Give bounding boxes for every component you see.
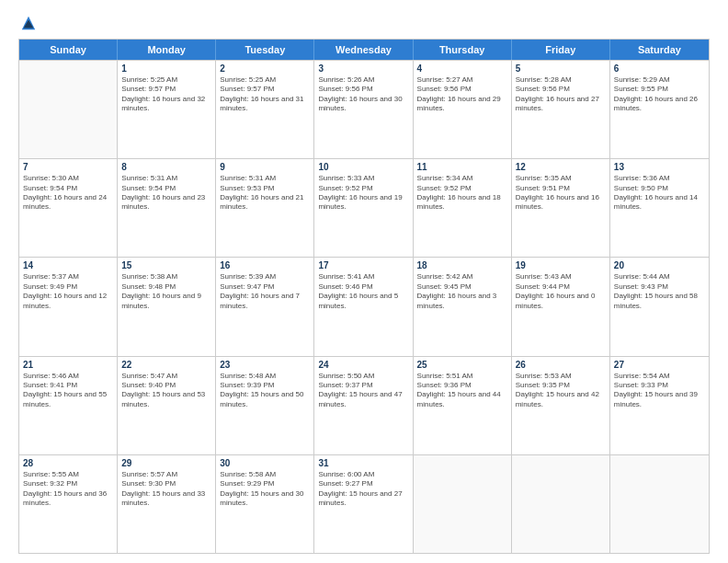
cell-info: Sunrise: 5:33 AMSunset: 9:52 PMDaylight:… [318, 174, 408, 213]
cell-info: Sunrise: 5:35 AMSunset: 9:51 PMDaylight:… [516, 174, 606, 213]
logo-icon [20, 15, 37, 31]
calendar-cell [512, 455, 610, 553]
calendar-cell: 21Sunrise: 5:46 AMSunset: 9:41 PMDayligh… [19, 357, 118, 454]
calendar-cell: 12Sunrise: 5:35 AMSunset: 9:51 PMDayligh… [512, 159, 610, 257]
calendar-cell: 3Sunrise: 5:26 AMSunset: 9:56 PMDaylight… [314, 61, 413, 158]
cell-info: Sunrise: 5:26 AMSunset: 9:56 PMDaylight:… [318, 75, 408, 114]
day-number: 6 [614, 63, 705, 74]
cell-info: Sunrise: 5:57 AMSunset: 9:30 PMDaylight:… [121, 470, 211, 509]
day-number: 19 [516, 260, 606, 270]
cell-info: Sunrise: 5:41 AMSunset: 9:46 PMDaylight:… [318, 272, 408, 311]
calendar-cell: 19Sunrise: 5:43 AMSunset: 9:44 PMDayligh… [512, 258, 610, 355]
day-number: 1 [121, 63, 211, 74]
day-number: 30 [220, 458, 310, 468]
calendar-row: 28Sunrise: 5:55 AMSunset: 9:32 PMDayligh… [19, 454, 709, 553]
cell-info: Sunrise: 5:36 AMSunset: 9:50 PMDaylight:… [614, 174, 705, 213]
cell-info: Sunrise: 5:30 AMSunset: 9:54 PMDaylight:… [23, 174, 113, 213]
day-number: 14 [23, 260, 113, 270]
cell-info: Sunrise: 5:39 AMSunset: 9:47 PMDaylight:… [220, 272, 310, 311]
calendar-cell: 22Sunrise: 5:47 AMSunset: 9:40 PMDayligh… [118, 357, 216, 454]
day-number: 9 [220, 162, 310, 172]
cell-info: Sunrise: 5:44 AMSunset: 9:43 PMDaylight:… [614, 272, 705, 311]
cell-info: Sunrise: 5:25 AMSunset: 9:57 PMDaylight:… [121, 75, 211, 114]
calendar-row: 7Sunrise: 5:30 AMSunset: 9:54 PMDaylight… [19, 158, 709, 257]
calendar-cell: 18Sunrise: 5:42 AMSunset: 9:45 PMDayligh… [414, 258, 512, 355]
day-number: 18 [417, 260, 507, 270]
weekday-header: Tuesday [216, 40, 314, 60]
calendar-cell: 27Sunrise: 5:54 AMSunset: 9:33 PMDayligh… [610, 357, 709, 454]
calendar-cell [610, 455, 709, 553]
calendar-cell: 30Sunrise: 5:58 AMSunset: 9:29 PMDayligh… [216, 455, 314, 553]
calendar-cell: 9Sunrise: 5:31 AMSunset: 9:53 PMDaylight… [216, 159, 314, 257]
calendar-header: SundayMondayTuesdayWednesdayThursdayFrid… [19, 40, 709, 60]
cell-info: Sunrise: 5:31 AMSunset: 9:54 PMDaylight:… [121, 174, 211, 213]
cell-info: Sunrise: 5:51 AMSunset: 9:36 PMDaylight:… [417, 372, 507, 410]
calendar-cell: 8Sunrise: 5:31 AMSunset: 9:54 PMDaylight… [118, 159, 216, 257]
day-number: 25 [417, 360, 507, 370]
day-number: 2 [220, 63, 310, 74]
cell-info: Sunrise: 5:28 AMSunset: 9:56 PMDaylight:… [516, 75, 606, 114]
day-number: 20 [614, 260, 705, 270]
cell-info: Sunrise: 5:46 AMSunset: 9:41 PMDaylight:… [23, 372, 113, 410]
calendar-row: 21Sunrise: 5:46 AMSunset: 9:41 PMDayligh… [19, 356, 709, 454]
page: SundayMondayTuesdayWednesdayThursdayFrid… [0, 0, 728, 563]
cell-info: Sunrise: 5:31 AMSunset: 9:53 PMDaylight:… [220, 174, 310, 213]
day-number: 7 [23, 162, 113, 172]
cell-info: Sunrise: 6:00 AMSunset: 9:27 PMDaylight:… [318, 470, 408, 509]
calendar-cell: 17Sunrise: 5:41 AMSunset: 9:46 PMDayligh… [314, 258, 413, 355]
cell-info: Sunrise: 5:43 AMSunset: 9:44 PMDaylight:… [516, 272, 606, 311]
calendar-row: 1Sunrise: 5:25 AMSunset: 9:57 PMDaylight… [19, 60, 709, 158]
cell-info: Sunrise: 5:37 AMSunset: 9:49 PMDaylight:… [23, 272, 113, 311]
day-number: 31 [318, 458, 408, 468]
calendar-row: 14Sunrise: 5:37 AMSunset: 9:49 PMDayligh… [19, 257, 709, 355]
day-number: 28 [23, 458, 113, 468]
weekday-header: Sunday [19, 40, 118, 60]
calendar-cell: 13Sunrise: 5:36 AMSunset: 9:50 PMDayligh… [610, 159, 709, 257]
calendar-cell: 10Sunrise: 5:33 AMSunset: 9:52 PMDayligh… [314, 159, 413, 257]
day-number: 24 [318, 360, 408, 370]
calendar-cell: 29Sunrise: 5:57 AMSunset: 9:30 PMDayligh… [118, 455, 216, 553]
day-number: 16 [220, 260, 310, 270]
calendar-cell: 26Sunrise: 5:53 AMSunset: 9:35 PMDayligh… [512, 357, 610, 454]
logo [18, 15, 37, 31]
header [18, 15, 710, 31]
day-number: 17 [318, 260, 408, 270]
calendar-cell: 11Sunrise: 5:34 AMSunset: 9:52 PMDayligh… [414, 159, 512, 257]
day-number: 4 [417, 63, 507, 74]
calendar-cell: 28Sunrise: 5:55 AMSunset: 9:32 PMDayligh… [19, 455, 118, 553]
cell-info: Sunrise: 5:55 AMSunset: 9:32 PMDaylight:… [23, 470, 113, 509]
cell-info: Sunrise: 5:34 AMSunset: 9:52 PMDaylight:… [417, 174, 507, 213]
calendar-cell: 31Sunrise: 6:00 AMSunset: 9:27 PMDayligh… [314, 455, 413, 553]
day-number: 27 [614, 360, 705, 370]
calendar-cell: 23Sunrise: 5:48 AMSunset: 9:39 PMDayligh… [216, 357, 314, 454]
cell-info: Sunrise: 5:38 AMSunset: 9:48 PMDaylight:… [121, 272, 211, 311]
weekday-header: Thursday [414, 40, 512, 60]
day-number: 11 [417, 162, 507, 172]
calendar-cell: 4Sunrise: 5:27 AMSunset: 9:56 PMDaylight… [414, 61, 512, 158]
day-number: 21 [23, 360, 113, 370]
calendar-cell: 15Sunrise: 5:38 AMSunset: 9:48 PMDayligh… [118, 258, 216, 355]
weekday-header: Friday [512, 40, 610, 60]
calendar-cell: 7Sunrise: 5:30 AMSunset: 9:54 PMDaylight… [19, 159, 118, 257]
cell-info: Sunrise: 5:54 AMSunset: 9:33 PMDaylight:… [614, 372, 705, 410]
day-number: 23 [220, 360, 310, 370]
weekday-header: Wednesday [314, 40, 413, 60]
cell-info: Sunrise: 5:47 AMSunset: 9:40 PMDaylight:… [121, 372, 211, 410]
day-number: 8 [121, 162, 211, 172]
calendar-cell: 16Sunrise: 5:39 AMSunset: 9:47 PMDayligh… [216, 258, 314, 355]
weekday-header: Saturday [610, 40, 709, 60]
day-number: 26 [516, 360, 606, 370]
day-number: 3 [318, 63, 408, 74]
calendar-body: 1Sunrise: 5:25 AMSunset: 9:57 PMDaylight… [19, 60, 709, 553]
day-number: 10 [318, 162, 408, 172]
cell-info: Sunrise: 5:25 AMSunset: 9:57 PMDaylight:… [220, 75, 310, 114]
cell-info: Sunrise: 5:50 AMSunset: 9:37 PMDaylight:… [318, 372, 408, 410]
day-number: 5 [516, 63, 606, 74]
day-number: 22 [121, 360, 211, 370]
calendar-cell: 24Sunrise: 5:50 AMSunset: 9:37 PMDayligh… [314, 357, 413, 454]
calendar: SundayMondayTuesdayWednesdayThursdayFrid… [18, 39, 710, 554]
calendar-cell [414, 455, 512, 553]
cell-info: Sunrise: 5:42 AMSunset: 9:45 PMDaylight:… [417, 272, 507, 311]
calendar-cell: 20Sunrise: 5:44 AMSunset: 9:43 PMDayligh… [610, 258, 709, 355]
calendar-cell: 25Sunrise: 5:51 AMSunset: 9:36 PMDayligh… [414, 357, 512, 454]
